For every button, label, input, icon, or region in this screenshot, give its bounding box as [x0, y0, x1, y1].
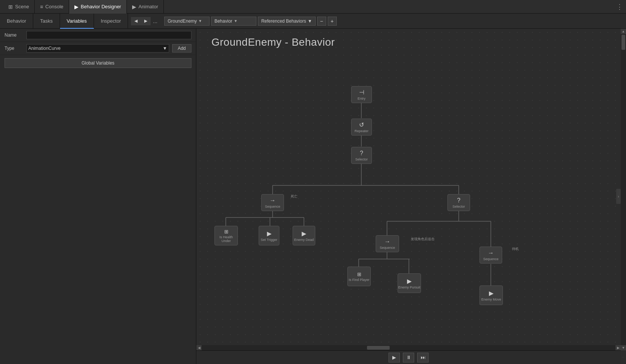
nav-buttons: ◀ ▶ ... [128, 17, 163, 25]
play-button[interactable]: ▶ [389, 353, 400, 362]
ref-behaviors-arrow: ▼ [308, 19, 312, 24]
object-dropdown-group: GroundEnemy ▼ Behavior ▼ Referenced Beha… [164, 17, 337, 26]
repeater-icon: ↺ [359, 121, 364, 128]
left-panel: Name Type AnimationCurve ▼ Add Global Va… [0, 29, 196, 364]
node-sequence2[interactable]: → Sequence [376, 235, 399, 252]
tab-scene[interactable]: ⊞ Scene [3, 0, 35, 14]
more-options-icon[interactable]: ⋮ [616, 3, 623, 11]
tab-variables[interactable]: Variables [60, 14, 94, 29]
referenced-behaviors-btn[interactable]: Referenced Behaviors ▼ [258, 17, 316, 26]
scroll-thumb-horizontal[interactable] [367, 346, 390, 350]
tab-behavior[interactable]: Behavior [0, 14, 33, 29]
pursuit-label: Enemy Pursuit [398, 285, 421, 289]
type-row: Type AnimationCurve ▼ Add [0, 42, 196, 55]
tab-animator[interactable]: ▶ Animator [127, 0, 164, 14]
entry-icon: ⊣ [359, 89, 364, 96]
trigger-label: Set Trigger [261, 238, 277, 242]
node-setTrigger[interactable]: ▶ Set Trigger [259, 226, 279, 245]
name-label: Name [5, 32, 23, 38]
trigger-icon: ▶ [267, 230, 271, 237]
second-toolbar: Behavior Tasks Variables Inspector ◀ ▶ .… [0, 14, 626, 29]
play-bar: ▶ ⏸ ⏭ [196, 350, 621, 364]
node-entry[interactable]: ⊣ Entry [351, 86, 372, 103]
scene-icon: ⊞ [8, 4, 13, 10]
object-dropdown-arrow: ▼ [198, 19, 202, 23]
node-selector2[interactable]: ? Selector [447, 194, 470, 211]
node-selector1[interactable]: ? Selector [351, 147, 372, 164]
health-label: Is Health Under [215, 235, 237, 243]
node-sequence3[interactable]: → Sequence [480, 247, 502, 264]
selector2-label: Selector [452, 205, 465, 208]
health-icon: ⊞ [224, 229, 228, 234]
scroll-thumb-vertical[interactable] [621, 35, 625, 50]
main-layout: Name Type AnimationCurve ▼ Add Global Va… [0, 29, 626, 364]
node-enemyMove[interactable]: ▶ Enemy Move [480, 285, 503, 305]
selector2-icon: ? [457, 197, 461, 204]
add-variable-btn[interactable]: Add [172, 44, 191, 52]
nav-dots[interactable]: ... [151, 18, 160, 24]
move-icon: ▶ [489, 290, 493, 297]
node-isHealthUnder[interactable]: ⊞ Is Health Under [214, 226, 238, 245]
entry-label: Entry [358, 97, 365, 100]
name-input[interactable] [26, 31, 191, 39]
behavior-dropdown-arrow: ▼ [234, 19, 237, 23]
canvas-background [196, 29, 626, 364]
type-dropdown[interactable]: AnimationCurve ▼ [26, 44, 169, 52]
chase-label: 发现角色后追击 [411, 237, 435, 242]
node-repeater[interactable]: ↺ Repeater [351, 119, 372, 136]
death-label: 死亡 [291, 194, 298, 199]
tab-behavior-designer[interactable]: ▶ Behavior Designer [69, 0, 127, 14]
seq2-icon: → [384, 238, 390, 245]
idle-label: 待机 [512, 247, 519, 251]
tab-inspector[interactable]: Inspector [94, 14, 128, 29]
scroll-up-btn[interactable]: ▲ [621, 29, 626, 34]
nav-forward-btn[interactable]: ▶ [141, 17, 151, 25]
vertical-scrollbar[interactable]: ▲ ▼ [621, 29, 626, 350]
scroll-down-btn[interactable]: ▼ [621, 345, 626, 350]
canvas-panel[interactable]: GroundEnemy - Behavior [196, 29, 626, 364]
seq1-icon: → [270, 197, 276, 204]
side-collapse-handle[interactable]: › [616, 189, 621, 204]
scroll-right-btn[interactable]: ▶ [615, 345, 621, 350]
canvas-title: GroundEnemy - Behavior [211, 36, 335, 48]
selector1-icon: ? [360, 150, 363, 157]
node-enemyDead[interactable]: ▶ Enemy Dead [293, 226, 315, 245]
dead-icon: ▶ [302, 230, 306, 237]
global-variables-btn[interactable]: Global Variables [5, 58, 191, 68]
move-label: Enemy Move [481, 298, 501, 301]
seq3-label: Sequence [483, 257, 499, 261]
find-icon: ⊞ [357, 271, 361, 277]
nav-back-btn[interactable]: ◀ [131, 17, 141, 25]
seq2-label: Sequence [380, 246, 395, 250]
tab-tasks[interactable]: Tasks [33, 14, 60, 29]
find-label: Is Find Player [348, 278, 369, 282]
node-sequence1[interactable]: → Sequence [261, 194, 284, 211]
anim-icon: ▶ [132, 4, 136, 10]
remove-btn[interactable]: − [317, 17, 326, 26]
bd-icon: ▶ [74, 4, 79, 10]
add-behavior-btn[interactable]: + [328, 17, 337, 26]
selector1-label: Selector [355, 157, 368, 161]
type-dropdown-arrow: ▼ [163, 46, 167, 51]
scroll-left-btn[interactable]: ◀ [196, 345, 202, 350]
node-enemyPursuit[interactable]: ▶ Enemy Pursuit [398, 273, 421, 293]
object-dropdown[interactable]: GroundEnemy ▼ [164, 17, 210, 26]
repeater-label: Repeater [355, 129, 369, 133]
seq1-label: Sequence [265, 205, 281, 208]
seq3-icon: → [488, 250, 494, 256]
scroll-track-horizontal[interactable] [202, 345, 615, 350]
console-icon: ≡ [40, 4, 43, 10]
dead-label: Enemy Dead [294, 238, 314, 242]
scroll-track-vertical[interactable] [621, 34, 626, 345]
pursuit-icon: ▶ [407, 278, 412, 285]
type-label: Type [5, 46, 23, 51]
top-tab-bar: ⊞ Scene ≡ Console ▶ Behavior Designer ▶ … [0, 0, 626, 14]
node-isFindPlayer[interactable]: ⊞ Is Find Player [347, 267, 371, 286]
step-button[interactable]: ⏭ [417, 353, 429, 362]
horizontal-scrollbar[interactable]: ◀ ▶ [196, 345, 621, 350]
behavior-dropdown[interactable]: Behavior ▼ [211, 17, 256, 26]
pause-button[interactable]: ⏸ [403, 353, 414, 362]
name-row: Name [0, 29, 196, 42]
tab-console[interactable]: ≡ Console [35, 0, 69, 14]
